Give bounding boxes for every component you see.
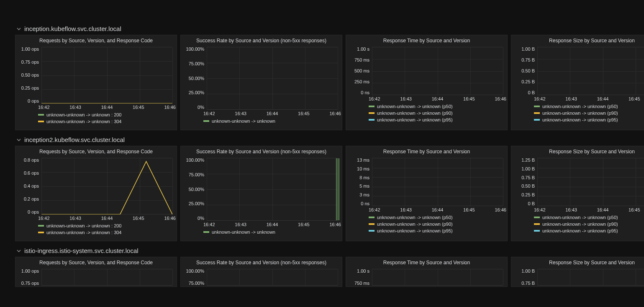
plot-area: 1.00 ops0.75 ops	[19, 269, 173, 286]
legend-item[interactable]: unknown-unknown -> unknown : 304	[38, 118, 173, 125]
legend-item[interactable]: unknown-unknown -> unknown	[203, 229, 339, 235]
x-axis: 16:4216:4316:4416:4516:46	[38, 103, 176, 110]
legend-label: unknown-unknown -> unknown : 200	[46, 111, 121, 118]
chart-legend: unknown-unknown -> unknown	[181, 116, 342, 126]
y-tick: 0 ns	[349, 201, 371, 206]
legend-item[interactable]: unknown-unknown -> unknown (p95)	[369, 116, 504, 122]
legend-item[interactable]: unknown-unknown -> unknown (p50)	[369, 214, 504, 221]
y-tick: 1.00 s	[349, 269, 371, 273]
legend-label: unknown-unknown -> unknown (p90)	[377, 110, 453, 116]
y-axis: 0.8 ops0.6 ops0.4 ops0.2 ops0 ops	[19, 158, 41, 214]
legend-item[interactable]: unknown-unknown -> unknown (p90)	[369, 110, 504, 116]
plot-area: 100.00%75.00%50.00%25.00%0%	[184, 158, 339, 221]
legend-item[interactable]: unknown-unknown -> unknown (p50)	[369, 103, 504, 110]
panel-title: Response Time by Source and Version	[346, 257, 507, 267]
dashboard: inception.kubeflow.svc.cluster.localRequ…	[0, 0, 644, 289]
panel-title: Success Rate by Source and Version (non-…	[181, 146, 342, 156]
legend-label: unknown-unknown -> unknown : 304	[46, 229, 121, 236]
legend-item[interactable]: unknown-unknown -> unknown (p90)	[534, 221, 644, 227]
x-tick: 16:42	[203, 111, 215, 116]
y-tick: 25.00%	[184, 201, 206, 206]
legend-label: unknown-unknown -> unknown (p50)	[542, 214, 618, 221]
chart-legend: unknown-unknown -> unknown : 200unknown-…	[15, 110, 177, 126]
y-axis: 1.00 ops0.75 ops	[19, 269, 41, 286]
plot-area: 1.00 s750 ms	[349, 269, 504, 286]
y-tick: 750 ms	[349, 281, 371, 286]
chart-panel[interactable]: Response Size by Source and Version1.00 …	[511, 35, 644, 130]
legend-label: unknown-unknown -> unknown (p90)	[542, 110, 618, 116]
y-tick: 1.00 ops	[19, 47, 41, 52]
chart-panel[interactable]: Requests by Source, Version, and Respons…	[15, 146, 177, 241]
row-header[interactable]: inception2.kubeflow.svc.cluster.local	[0, 133, 644, 146]
legend-item[interactable]: unknown-unknown -> unknown (p50)	[534, 214, 644, 221]
y-tick: 50.00%	[184, 187, 206, 192]
legend-item[interactable]: unknown-unknown -> unknown : 304	[38, 229, 173, 236]
grid	[207, 158, 338, 221]
y-tick: 5 ms	[349, 184, 371, 188]
panel-title: Response Size by Source and Version	[511, 146, 644, 156]
chart-panel[interactable]: Requests by Source, Version, and Respons…	[15, 257, 177, 287]
x-tick: 16:46	[329, 111, 341, 116]
y-tick: 10 ms	[349, 167, 371, 171]
y-tick: 250 ms	[349, 80, 371, 84]
x-axis: 16:4216:4316:4416:4516:46	[369, 95, 506, 101]
legend-label: unknown-unknown -> unknown	[212, 118, 275, 124]
x-tick: 16:46	[164, 105, 176, 110]
legend-item[interactable]: unknown-unknown -> unknown (p95)	[369, 227, 504, 233]
plot-area: 1.00 B0.75 B0.50 B0.25 B0 B	[515, 47, 644, 95]
row-title: istio-ingress.istio-system.svc.cluster.l…	[24, 247, 139, 254]
grid	[41, 269, 172, 286]
y-tick: 750 ms	[349, 58, 371, 62]
legend-item[interactable]: unknown-unknown -> unknown (p50)	[534, 103, 644, 110]
legend-item[interactable]: unknown-unknown -> unknown (p90)	[534, 110, 644, 116]
legend-item[interactable]: unknown-unknown -> unknown : 200	[38, 222, 173, 229]
y-tick: 0%	[184, 216, 206, 221]
chart-panel[interactable]: Response Size by Source and Version1.25 …	[511, 146, 644, 241]
y-axis: 1.00 B0.75 B	[515, 269, 536, 286]
chart-panel[interactable]: Response Size by Source and Version1.00 …	[511, 257, 644, 287]
y-tick: 75.00%	[184, 281, 206, 286]
x-tick: 16:42	[534, 207, 546, 212]
y-tick: 0%	[184, 105, 206, 110]
x-tick: 16:42	[203, 222, 215, 227]
legend-label: unknown-unknown -> unknown (p95)	[542, 116, 618, 122]
x-tick: 16:44	[101, 105, 113, 110]
legend-item[interactable]: unknown-unknown -> unknown (p90)	[369, 221, 504, 227]
legend-item[interactable]: unknown-unknown -> unknown (p95)	[534, 116, 644, 122]
legend-item[interactable]: unknown-unknown -> unknown	[203, 118, 339, 124]
x-tick: 16:42	[38, 105, 50, 110]
panel-title: Response Size by Source and Version	[511, 257, 644, 267]
x-tick: 16:42	[38, 216, 50, 221]
legend-item[interactable]: unknown-unknown -> unknown (p95)	[534, 227, 644, 233]
y-axis: 100.00%75.00%	[184, 269, 206, 286]
legend-label: unknown-unknown -> unknown (p90)	[542, 221, 618, 227]
legend-label: unknown-unknown -> unknown (p95)	[377, 227, 453, 233]
chart-panel[interactable]: Success Rate by Source and Version (non-…	[180, 35, 342, 130]
chart-panel[interactable]: Success Rate by Source and Version (non-…	[180, 257, 342, 287]
row-title: inception2.kubeflow.svc.cluster.local	[24, 136, 125, 143]
y-tick: 1.25 B	[515, 158, 536, 163]
legend-item[interactable]: unknown-unknown -> unknown : 200	[38, 111, 173, 118]
row-header[interactable]: inception.kubeflow.svc.cluster.local	[0, 22, 644, 35]
x-tick: 16:43	[400, 96, 412, 101]
plot-area: 0.8 ops0.6 ops0.4 ops0.2 ops0 ops	[19, 158, 173, 214]
chart-panel[interactable]: Response Time by Source and Version13 ms…	[346, 146, 508, 241]
chart-panel[interactable]: Requests by Source, Version, and Respons…	[15, 35, 177, 130]
grid	[372, 269, 503, 286]
y-tick: 1.00 s	[349, 47, 371, 52]
x-tick: 16:42	[369, 207, 380, 212]
chart-panel[interactable]: Success Rate by Source and Version (non-…	[180, 146, 342, 241]
x-tick: 16:46	[495, 207, 506, 212]
row-header[interactable]: istio-ingress.istio-system.svc.cluster.l…	[0, 244, 644, 257]
y-axis: 100.00%75.00%50.00%25.00%0%	[184, 158, 206, 221]
y-tick: 1.00 B	[515, 47, 536, 52]
x-tick: 16:45	[629, 207, 640, 212]
plot-area: 100.00%75.00%50.00%25.00%0%	[184, 47, 339, 110]
chart-legend: unknown-unknown -> unknown (p50)unknown-…	[511, 101, 644, 122]
panel-title: Response Size by Source and Version	[511, 35, 644, 45]
grid	[207, 269, 338, 286]
chevron-down-icon	[17, 249, 21, 253]
panel-title: Requests by Source, Version, and Respons…	[15, 257, 177, 267]
chart-panel[interactable]: Response Time by Source and Version1.00 …	[346, 257, 508, 287]
chart-panel[interactable]: Response Time by Source and Version1.00 …	[346, 35, 508, 130]
